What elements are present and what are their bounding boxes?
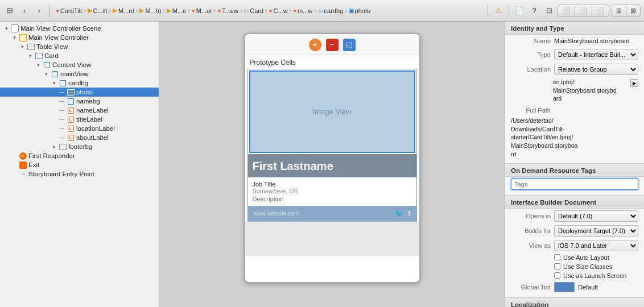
tree-item-footerbg[interactable]: ▸ footerbg	[0, 142, 159, 151]
tree-label-tableview: Table View	[36, 43, 68, 50]
forward-button[interactable]: ›	[33, 5, 46, 17]
tree-toggle-contentview[interactable]: ▾	[34, 62, 42, 68]
opens-in-select[interactable]: Default (7.0)	[554, 210, 638, 222]
localization-section: Localization ✓ English	[505, 298, 644, 308]
sep-right2	[509, 5, 509, 16]
size-classes-checkbox[interactable]	[554, 263, 560, 269]
breadcrumb-sep-0: ›	[84, 7, 85, 14]
breadcrumb-item-5[interactable]: ● M...er	[190, 6, 214, 15]
location-label: Somewhere, US	[253, 188, 412, 194]
tree-item-contentview[interactable]: ▾ Content View	[0, 60, 159, 69]
tree-toggle-card[interactable]: ▾	[26, 53, 34, 59]
tags-input[interactable]	[511, 179, 638, 190]
breadcrumb-item-2[interactable]: ▶ M...rd	[111, 6, 136, 15]
folder-icon-1: ▶	[88, 7, 92, 14]
tree-item-namebg[interactable]: — namebg	[0, 97, 159, 106]
browse-button[interactable]: ▶	[630, 79, 638, 87]
name-row: Name MainStoryboard.storyboard	[505, 35, 644, 47]
tree-item-storyboardentry[interactable]: → Storyboard Entry Point	[0, 169, 159, 179]
auto-layout-checkbox[interactable]	[554, 254, 560, 260]
social-icons: 🐦 f	[395, 209, 410, 218]
tree-toggle-scene[interactable]: ▾	[2, 26, 10, 31]
breadcrumb-item-0[interactable]: ● CardTilt	[54, 6, 84, 15]
breadcrumb-item-8[interactable]: ● C...w	[267, 6, 289, 15]
panel-left-btn[interactable]: ⬜	[558, 5, 575, 16]
tree-item-scene[interactable]: ▾ Main View Controller Scene	[0, 24, 159, 33]
opens-in-row: Opens in Default (7.0)	[505, 209, 644, 223]
tree-item-photo[interactable]: — photo	[0, 88, 159, 97]
breadcrumb-item-9[interactable]: ● m...w	[291, 6, 314, 15]
opens-in-label: Opens in	[511, 213, 551, 219]
breadcrumb-label-7: Card	[250, 7, 263, 14]
identity-type-title: Identity and Type	[505, 22, 644, 35]
builds-for-select[interactable]: Deployment Target (7.0)	[554, 225, 638, 237]
storyboard-icon: ▭	[243, 7, 249, 14]
breadcrumb-item-6[interactable]: ● T...ew	[216, 6, 240, 15]
tree-item-locationlabel[interactable]: — L locationLabel	[0, 124, 159, 133]
tree-item-aboutlabel[interactable]: — L aboutLabel	[0, 133, 159, 142]
breadcrumb-item-10[interactable]: ▭ cardbg	[316, 6, 345, 15]
launch-screen-checkbox[interactable]	[554, 272, 560, 279]
editor-standard-btn[interactable]: ⊞	[612, 5, 626, 16]
breadcrumb-item-4[interactable]: ▶ M...e	[165, 6, 188, 15]
location-select[interactable]: Relative to Group	[554, 64, 638, 75]
tree-toggle-vc[interactable]: ▾	[10, 35, 18, 40]
tint-swatch[interactable]	[554, 282, 575, 292]
full-path-value: /Users/detertao/Downloads/CardTilt-start…	[505, 117, 644, 159]
breadcrumb-item-1[interactable]: ▶ C...ilt	[86, 6, 109, 15]
scene-icon	[10, 24, 19, 32]
tree-item-tableview[interactable]: ▾ Table View	[0, 42, 159, 51]
tree-item-card[interactable]: ▾ Card	[0, 51, 159, 60]
size-classes-row: Use Size Classes	[505, 262, 644, 271]
help-icon-btn[interactable]: ?	[528, 5, 540, 17]
navigator-panel: ▾ Main View Controller Scene ▾ Main View…	[0, 22, 159, 307]
tree-toggle-namelabel[interactable]: —	[58, 107, 66, 113]
tree-toggle-cardbg[interactable]: ▾	[50, 80, 58, 86]
view-icon-cardbg	[58, 79, 67, 87]
breadcrumb-item-3[interactable]: ▶ M...h)	[138, 6, 163, 15]
label-icon-location: L	[66, 125, 75, 132]
tree-item-cardbg[interactable]: ▾ cardbg	[0, 78, 159, 88]
tree-toggle-titlelabel[interactable]: —	[58, 117, 66, 122]
exit-icon	[18, 161, 27, 169]
image-view-placeholder[interactable]: Image View	[249, 70, 415, 153]
device-icon-sun[interactable]: ☀	[309, 39, 321, 51]
device-icon-frame[interactable]: ◱	[343, 39, 356, 51]
twitter-icon: 🐦	[395, 209, 403, 218]
panel-center-btn[interactable]: ⬜	[575, 5, 592, 16]
website-label: www.website.com	[254, 210, 299, 217]
tree-toggle-tableview[interactable]: ▾	[18, 44, 26, 49]
grid-icon[interactable]: ⊞	[3, 5, 16, 17]
view-as-select[interactable]: iOS 7.0 and Later	[554, 240, 638, 251]
tree-toggle-namebg[interactable]: —	[58, 98, 66, 104]
auto-layout-label: Use Auto Layout	[563, 254, 609, 261]
full-path-label: Full Path	[511, 107, 551, 114]
breadcrumb-item-11[interactable]: ▣ photo	[347, 6, 373, 15]
tree-label-exit: Exit	[28, 161, 39, 168]
back-button[interactable]: ‹	[18, 5, 31, 17]
warning-button[interactable]: ⚠	[492, 5, 505, 17]
device-icon-plus[interactable]: +	[326, 39, 338, 51]
tree-toggle-aboutlabel[interactable]: —	[58, 135, 66, 140]
tree-label-vc: Main View Controller	[28, 34, 89, 41]
breadcrumb-label-6: T...ew	[222, 7, 238, 14]
card-prototype[interactable]: Image View First Lastname Job Title Some…	[247, 69, 417, 222]
editor-assistant-btn[interactable]: ⊠	[626, 5, 640, 16]
tree-item-mainview[interactable]: ▾ mainView	[0, 69, 159, 78]
device-frame: ☀ + ◱ Prototype Cells Image View First L…	[244, 33, 420, 283]
panel-right-btn[interactable]: ⬜	[592, 5, 609, 16]
tree-item-vc[interactable]: ▾ Main View Controller	[0, 33, 159, 42]
navigator-icon-btn[interactable]: ⊡	[543, 5, 555, 17]
tree-toggle-mainview[interactable]: ▾	[42, 71, 50, 77]
label-icon-about: L	[66, 134, 75, 142]
tree-item-firstresponder[interactable]: R First Responder	[0, 151, 159, 160]
breadcrumb-item-7[interactable]: ▭ Card	[242, 6, 265, 15]
tree-item-exit[interactable]: Exit	[0, 160, 159, 169]
file-icon-btn[interactable]: 📄	[513, 5, 526, 17]
tree-item-namelabel[interactable]: — L nameLabel	[0, 106, 159, 115]
tree-toggle-locationlabel[interactable]: —	[58, 126, 66, 131]
tree-toggle-footerbg[interactable]: ▸	[50, 144, 58, 150]
type-select[interactable]: Default - Interface Buil...	[554, 49, 638, 60]
tree-item-titlelabel[interactable]: — L titleLabel	[0, 115, 159, 124]
tree-toggle-photo[interactable]: —	[58, 89, 66, 95]
